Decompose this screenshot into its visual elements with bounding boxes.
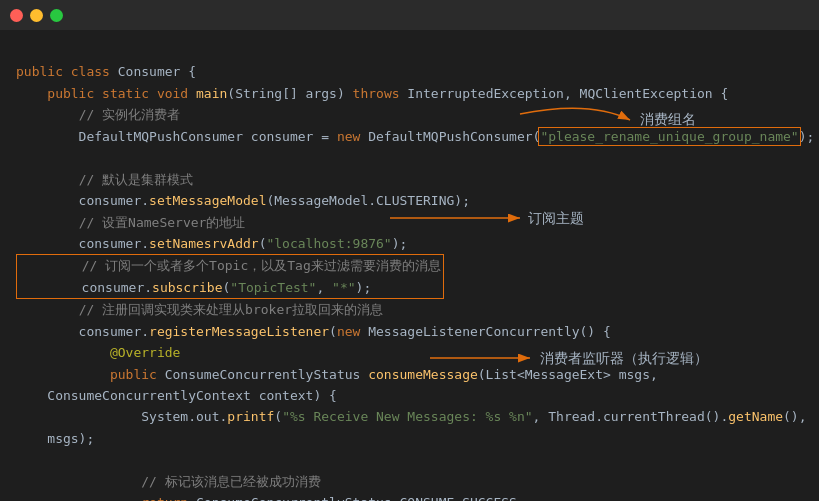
subscribe-highlight-box: // 订阅一个或者多个Topic，以及Tag来过滤需要消费的消息 consume…: [16, 254, 444, 299]
minimize-button[interactable]: [30, 9, 43, 22]
code-line-7: // 默认是集群模式: [16, 169, 803, 190]
code-line-12: consumer.subscribe("TopicTest", "*");: [19, 277, 441, 298]
code-line-3: public static void main(String[] args) t…: [16, 83, 803, 104]
code-line-1: [16, 40, 803, 61]
code-line-17: ConsumeConcurrentlyContext context) {: [16, 385, 803, 406]
code-line-16: public ConsumeConcurrentlyStatus consume…: [16, 364, 803, 385]
code-line-2: public class Consumer {: [16, 61, 803, 82]
code-area: public class Consumer { public static vo…: [0, 30, 819, 501]
code-line-10: consumer.setNamesrvAddr("localhost:9876"…: [16, 233, 803, 254]
code-line-8: consumer.setMessageModel(MessageModel.CL…: [16, 190, 803, 211]
code-line-18: System.out.printf("%s Receive New Messag…: [16, 406, 803, 427]
maximize-button[interactable]: [50, 9, 63, 22]
code-line-6: [16, 147, 803, 168]
code-line-20: [16, 449, 803, 470]
close-button[interactable]: [10, 9, 23, 22]
code-line-14: consumer.registerMessageListener(new Mes…: [16, 321, 803, 342]
code-line-9: // 设置NameServer的地址: [16, 212, 803, 233]
code-line-22: return ConsumeConcurrentlyStatus.CONSUME…: [16, 492, 803, 501]
code-line-4: // 实例化消费者: [16, 104, 803, 125]
code-line-13: // 注册回调实现类来处理从broker拉取回来的消息: [16, 299, 803, 320]
code-line-15: @Override: [16, 342, 803, 363]
code-line-21: // 标记该消息已经被成功消费: [16, 471, 803, 492]
code-line-5: DefaultMQPushConsumer consumer = new Def…: [16, 126, 803, 147]
code-line-19: msgs);: [16, 428, 803, 449]
code-line-11: // 订阅一个或者多个Topic，以及Tag来过滤需要消费的消息: [19, 255, 441, 276]
title-bar: [0, 0, 819, 30]
